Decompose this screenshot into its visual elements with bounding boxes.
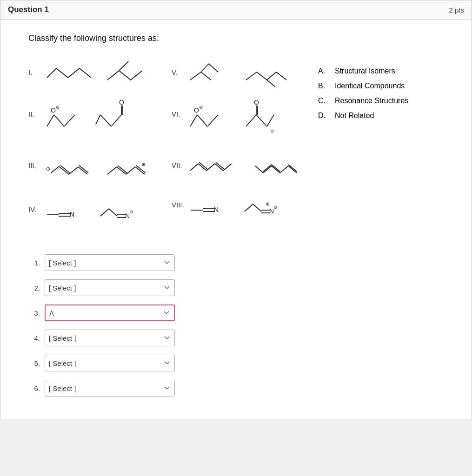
structure-images-II: O ⊖ O xyxy=(45,101,131,138)
struct-IV-a: N xyxy=(45,201,86,224)
struct-I-b xyxy=(105,54,147,87)
label-I: I. xyxy=(28,54,40,76)
svg-line-61 xyxy=(206,164,215,171)
structure-row-V: V. xyxy=(172,54,309,87)
question-points: 2 pts xyxy=(449,6,464,14)
svg-line-66 xyxy=(263,166,272,173)
select-num-5: 5. xyxy=(28,359,40,367)
svg-text:O: O xyxy=(194,106,199,114)
select-dropdown-4[interactable]: [ Select ]ABCD xyxy=(45,330,175,346)
legend: A. Structural Isomers B. Identical Compo… xyxy=(318,54,448,240)
legend-item-D: D. Not Related xyxy=(318,108,448,123)
svg-text:O: O xyxy=(51,106,56,114)
structure-images-III: ⊕ xyxy=(45,152,156,185)
question-title: Question 1 xyxy=(8,5,49,14)
legend-label-B: Identical Compounds xyxy=(335,79,405,93)
svg-line-6 xyxy=(100,115,111,126)
select-dropdown-6[interactable]: [ Select ]ABCD xyxy=(45,380,175,397)
svg-line-67 xyxy=(263,165,272,172)
svg-line-20 xyxy=(107,167,117,174)
svg-line-13 xyxy=(51,166,60,173)
legend-item-C: C. Resonance Structures xyxy=(318,93,448,108)
legend-item-A: A. Structural Isomers xyxy=(318,64,448,79)
select-num-4: 4. xyxy=(28,334,40,342)
svg-line-42 xyxy=(257,72,267,80)
select-dropdown-1[interactable]: [ Select ]ABCD xyxy=(45,254,175,271)
select-row-1: 1.[ Select ]ABCD xyxy=(28,254,448,271)
select-dropdown-5[interactable]: [ Select ]ABCD xyxy=(45,355,175,371)
svg-line-78 xyxy=(253,204,261,212)
struct-VII-b xyxy=(253,152,309,180)
svg-line-70 xyxy=(280,166,288,173)
structure-row-IV: IV. N xyxy=(28,198,162,226)
svg-line-40 xyxy=(209,64,218,72)
structure-images-I xyxy=(45,54,147,87)
svg-text:O: O xyxy=(119,99,124,106)
selects-area: 1.[ Select ]ABCD2.[ Select ]ABCD3.[ Sele… xyxy=(28,254,448,397)
struct-I-a xyxy=(45,57,96,85)
struct-VI-a: O ⊖ xyxy=(188,101,227,138)
svg-text:⊕: ⊕ xyxy=(141,161,146,167)
label-VII: VII. xyxy=(172,152,183,169)
svg-line-53 xyxy=(267,115,274,126)
svg-line-46 xyxy=(197,115,207,126)
select-dropdown-2[interactable]: [ Select ]ABCD xyxy=(45,279,175,296)
legend-list: A. Structural Isomers B. Identical Compo… xyxy=(318,64,448,123)
svg-text:⊖: ⊖ xyxy=(199,105,203,110)
label-V: V. xyxy=(172,54,183,76)
legend-letter-D: D. xyxy=(318,108,327,123)
legend-letter-C: C. xyxy=(318,93,327,108)
left-structures: I. II. xyxy=(28,54,162,240)
svg-line-41 xyxy=(246,72,257,80)
legend-letter-A: A. xyxy=(318,64,327,79)
svg-text:⊕: ⊕ xyxy=(266,201,269,206)
svg-line-7 xyxy=(111,115,121,126)
label-VI: VI. xyxy=(172,101,183,118)
legend-letter-B: B. xyxy=(318,79,327,93)
select-num-2: 2. xyxy=(28,284,40,292)
struct-II-b: O xyxy=(93,101,131,138)
svg-line-71 xyxy=(288,166,297,173)
svg-text:⊖: ⊖ xyxy=(56,105,60,110)
select-row-4: 4.[ Select ]ABCD xyxy=(28,330,448,346)
svg-line-23 xyxy=(126,167,135,174)
struct-VIII-b: ⊕ N ⊖ xyxy=(240,194,286,222)
label-VIII: VIII. xyxy=(172,194,184,209)
structure-images-VI: O ⊖ O ⊖ xyxy=(188,101,276,138)
structure-row-VII: VII. xyxy=(172,152,309,180)
struct-III-b: ⊕ xyxy=(105,152,156,185)
svg-line-68 xyxy=(272,166,280,173)
label-III: III. xyxy=(28,152,40,169)
select-dropdown-3[interactable]: [ Select ]ABCD xyxy=(45,304,175,321)
svg-line-32 xyxy=(109,209,117,216)
structure-row-II: II. O ⊖ xyxy=(28,101,162,138)
classify-heading: Classify the following structures as: xyxy=(28,33,448,43)
svg-line-2 xyxy=(64,115,75,126)
svg-line-45 xyxy=(276,72,286,80)
structure-row-VIII: VIII. N xyxy=(172,194,309,222)
svg-text:⊖: ⊖ xyxy=(129,209,133,214)
struct-II-a: O ⊖ xyxy=(45,101,84,138)
svg-line-58 xyxy=(190,164,198,171)
svg-line-64 xyxy=(223,164,232,171)
legend-label-D: Not Related xyxy=(335,108,374,123)
struct-V-a xyxy=(188,54,234,87)
legend-label-C: Resonance Structures xyxy=(335,93,408,108)
struct-VI-b: O ⊖ xyxy=(237,101,276,138)
structure-images-V xyxy=(188,54,295,87)
svg-line-39 xyxy=(201,64,209,72)
svg-line-65 xyxy=(255,166,263,173)
svg-text:N: N xyxy=(70,211,74,218)
svg-line-37 xyxy=(190,72,201,80)
svg-line-48 xyxy=(190,115,197,126)
struct-IV-b: N ⊖ xyxy=(96,198,142,226)
struct-VIII-a: N xyxy=(189,196,231,219)
select-row-6: 6.[ Select ]ABCD xyxy=(28,380,448,397)
question-body: Classify the following structures as: I. xyxy=(0,20,472,419)
svg-line-43 xyxy=(267,72,276,80)
svg-text:N: N xyxy=(214,206,219,213)
svg-text:⊕: ⊕ xyxy=(46,166,50,172)
label-IV: IV. xyxy=(28,198,40,213)
structure-images-VIII: N ⊕ N ⊖ xyxy=(189,194,286,222)
legend-item-B: B. Identical Compounds xyxy=(318,79,448,93)
